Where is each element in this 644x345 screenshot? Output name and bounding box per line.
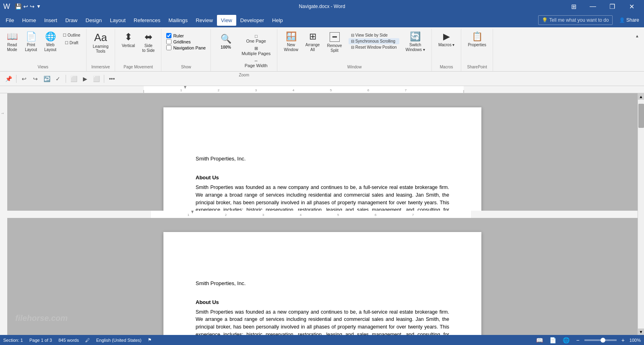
sync-scrolling-icon: ⊟: [351, 39, 354, 43]
minimize-button[interactable]: —: [584, 0, 602, 13]
learning-tools-button[interactable]: Aa LearningTools: [90, 31, 112, 60]
word-icon: W: [3, 2, 10, 11]
status-right: 📖 📄 🌐 − + 100%: [535, 336, 641, 344]
remove-split-button[interactable]: ━ RemoveSplit: [324, 31, 345, 60]
toolbar-accept[interactable]: ✓: [53, 74, 63, 84]
zoom-in-button[interactable]: +: [620, 336, 626, 344]
properties-icon: 📋: [472, 32, 483, 41]
menu-insert[interactable]: Insert: [40, 15, 62, 26]
menu-help[interactable]: Help: [268, 15, 287, 26]
side-to-side-button[interactable]: ⬌ Sideto Side: [139, 31, 158, 60]
toolbar-box[interactable]: ⬜: [68, 74, 79, 84]
toolbar-customize[interactable]: 📌: [3, 74, 14, 84]
toolbar-undo2[interactable]: ↩️: [41, 74, 52, 84]
view-side-by-side-icon: ⊟: [351, 33, 354, 37]
toolbar-redo[interactable]: ↪: [30, 74, 41, 84]
view-side-by-side-button[interactable]: ⊟ View Side by Side: [349, 32, 399, 38]
svg-text:4: 4: [293, 88, 295, 92]
share-button[interactable]: 👤 Share: [616, 16, 642, 25]
menu-layout[interactable]: Layout: [106, 15, 130, 26]
toolbar-more[interactable]: •••: [107, 74, 117, 84]
menu-references[interactable]: References: [130, 15, 164, 26]
top-doc-heading: About Us: [196, 175, 449, 181]
properties-button[interactable]: 📋 Properties: [464, 31, 489, 60]
ribbon-group-macros: ▶ Macros ▾ Macros: [432, 29, 462, 71]
scroll-up-button[interactable]: ▲: [638, 93, 644, 100]
nav-pane-checkbox[interactable]: [166, 45, 171, 50]
toolbar-box2[interactable]: ⬜: [91, 74, 101, 84]
multiple-pages-icon: ⊞: [254, 46, 258, 51]
menu-review[interactable]: Review: [192, 15, 217, 26]
gridlines-check[interactable]: Gridlines: [166, 39, 206, 44]
print-layout-button[interactable]: 📄 PrintLayout: [22, 31, 40, 60]
page-width-button[interactable]: ↔ Page Width: [240, 58, 272, 69]
svg-text:5: 5: [330, 88, 332, 92]
menu-draw[interactable]: Draw: [61, 15, 81, 26]
watermark: filehorse.com: [15, 314, 68, 323]
web-layout-button[interactable]: 🌐 WebLayout: [41, 31, 60, 60]
menu-mailings[interactable]: Mailings: [165, 15, 192, 26]
menu-view[interactable]: View: [217, 15, 236, 26]
read-mode-status[interactable]: 📖: [535, 336, 545, 344]
menu-home[interactable]: Home: [18, 15, 40, 26]
window-small-buttons: ⊟ View Side by Side ⊟ Synchronous Scroll…: [346, 31, 402, 52]
status-words: 845 words: [58, 338, 79, 343]
collapse-ribbon-button[interactable]: ▲: [632, 31, 642, 41]
new-window-button[interactable]: 🪟 NewWindow: [281, 31, 301, 60]
menu-design[interactable]: Design: [82, 15, 106, 26]
tell-me-search[interactable]: 💡 Tell me what you want to do: [538, 15, 613, 25]
arrange-all-label: ArrangeAll: [305, 43, 320, 52]
scrollbar-thumb[interactable]: [638, 104, 644, 128]
nav-pane-check[interactable]: Navigation Pane: [166, 45, 206, 50]
sync-scrolling-button[interactable]: ⊟ Synchronous Scrolling: [349, 38, 399, 44]
toolbar-undo[interactable]: ↩: [19, 74, 29, 84]
menu-developer[interactable]: Developer: [236, 15, 268, 26]
vertical-button[interactable]: ⬍ Vertical: [118, 31, 138, 60]
read-mode-button[interactable]: 📖 ReadMode: [3, 31, 21, 60]
restore-button[interactable]: ❐: [603, 0, 621, 13]
zoom-button[interactable]: 🔍 100%: [216, 33, 236, 62]
print-layout-status[interactable]: 📄: [548, 336, 558, 344]
ruler-check[interactable]: Ruler: [166, 33, 206, 38]
ruler-checkbox[interactable]: [166, 33, 171, 38]
reset-window-button[interactable]: ⊟ Reset Window Position: [349, 44, 399, 50]
arrange-all-button[interactable]: ⊞ ArrangeAll: [302, 31, 323, 60]
remove-split-label: RemoveSplit: [327, 43, 342, 53]
grid-icon[interactable]: ⊞: [564, 0, 583, 13]
quick-access-save[interactable]: 💾: [15, 3, 22, 10]
menu-file[interactable]: File: [2, 15, 18, 26]
svg-text:2: 2: [225, 213, 227, 217]
macros-icon: ▶: [443, 32, 450, 41]
scrollbar-track[interactable]: [638, 100, 644, 329]
svg-text:7: 7: [412, 213, 414, 217]
scroll-down-button[interactable]: ▼: [638, 329, 644, 335]
ribbon-group-zoom: 🔍 100% □ One Page ⊞ Multiple Pages ↔ Pag…: [211, 29, 277, 71]
gridlines-checkbox[interactable]: [166, 39, 171, 44]
draft-button[interactable]: ☐ Draft: [61, 40, 82, 46]
sharepoint-group-label: SharePoint: [467, 65, 487, 70]
macros-button[interactable]: ▶ Macros ▾: [435, 31, 458, 60]
zoom-percent: 100%: [221, 45, 231, 49]
bottom-doc-heading: About Us: [196, 299, 449, 305]
quick-access-undo[interactable]: ↩: [23, 3, 28, 10]
vertical-icon: ⬍: [124, 32, 132, 42]
zoom-out-button[interactable]: −: [574, 336, 581, 344]
one-page-button[interactable]: □ One Page: [240, 33, 272, 44]
vertical-scrollbar[interactable]: ▲ ▼: [638, 93, 644, 335]
switch-windows-button[interactable]: 🔄 SwitchWindows ▾: [402, 31, 428, 60]
outline-button[interactable]: ☐ Outline: [61, 32, 82, 38]
one-page-icon: □: [255, 34, 258, 39]
quick-access-redo[interactable]: ↪: [30, 3, 35, 10]
one-page-label: One Page: [246, 39, 266, 43]
multiple-pages-button[interactable]: ⊞ Multiple Pages: [240, 45, 272, 57]
page-width-label: Page Width: [245, 63, 268, 68]
close-button[interactable]: ✕: [622, 0, 641, 13]
web-layout-status[interactable]: 🌐: [561, 336, 571, 344]
v-ruler-svg: 1: [0, 93, 7, 335]
toolbar-play[interactable]: ▶: [80, 74, 90, 84]
gridlines-label: Gridlines: [173, 39, 190, 44]
zoom-slider[interactable]: [584, 339, 617, 341]
status-section: Section: 1: [3, 338, 23, 343]
quick-access-customize[interactable]: ▼: [36, 4, 41, 9]
nav-pane-label: Navigation Pane: [173, 45, 206, 50]
